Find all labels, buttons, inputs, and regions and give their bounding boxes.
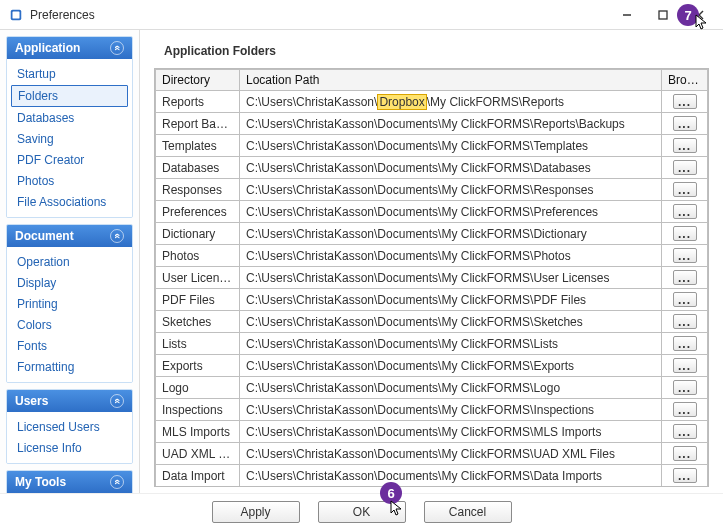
browse-button[interactable]: ... <box>673 446 697 461</box>
col-location-path[interactable]: Location Path <box>240 70 662 91</box>
section-header[interactable]: Application« <box>7 37 132 59</box>
cell-directory: Inspections <box>156 399 240 421</box>
browse-button[interactable]: ... <box>673 468 697 483</box>
browse-button[interactable]: ... <box>673 182 697 197</box>
highlighted-path-segment: Dropbox <box>377 94 426 110</box>
browse-button[interactable]: ... <box>673 94 697 109</box>
col-browse[interactable]: Browse <box>662 70 708 91</box>
sidebar-item[interactable]: Saving <box>11 129 128 149</box>
chevron-up-icon: « <box>110 229 124 243</box>
main-pane: Application Folders Directory Location P… <box>140 30 723 493</box>
cell-path[interactable]: C:\Users\ChristaKasson\Documents\My Clic… <box>240 355 662 377</box>
table-row: SketchesC:\Users\ChristaKasson\Documents… <box>156 311 708 333</box>
sidebar-item[interactable]: Startup <box>11 64 128 84</box>
browse-button[interactable]: ... <box>673 314 697 329</box>
cell-browse: ... <box>662 421 708 443</box>
table-row: ReportsC:\Users\ChristaKasson\Dropbox\My… <box>156 91 708 113</box>
cell-browse: ... <box>662 333 708 355</box>
sidebar-item[interactable]: Photos <box>11 171 128 191</box>
browse-button[interactable]: ... <box>673 424 697 439</box>
sidebar-item[interactable]: Operation <box>11 252 128 272</box>
cursor-icon <box>695 14 709 32</box>
section-title: Application <box>15 41 80 55</box>
cell-path[interactable]: C:\Users\ChristaKasson\Documents\My Clic… <box>240 113 662 135</box>
cell-browse: ... <box>662 245 708 267</box>
chevron-up-icon: « <box>110 41 124 55</box>
cell-path[interactable]: C:\Users\ChristaKasson\Documents\My Clic… <box>240 311 662 333</box>
cell-path[interactable]: C:\Users\ChristaKasson\Documents\My Clic… <box>240 223 662 245</box>
table-row: PhotosC:\Users\ChristaKasson\Documents\M… <box>156 245 708 267</box>
grid-header-row: Directory Location Path Browse <box>156 70 708 91</box>
cell-path[interactable]: C:\Users\ChristaKasson\Documents\My Clic… <box>240 267 662 289</box>
cell-directory: Templates <box>156 135 240 157</box>
browse-button[interactable]: ... <box>673 204 697 219</box>
svg-rect-1 <box>13 11 20 18</box>
cell-path[interactable]: C:\Users\ChristaKasson\Documents\My Clic… <box>240 465 662 487</box>
cell-directory: Responses <box>156 179 240 201</box>
cell-path[interactable]: C:\Users\ChristaKasson\Documents\My Clic… <box>240 179 662 201</box>
cell-browse: ... <box>662 443 708 465</box>
sidebar-item[interactable]: License Info <box>11 438 128 458</box>
browse-button[interactable]: ... <box>673 402 697 417</box>
cell-browse: ... <box>662 399 708 421</box>
cell-path[interactable]: C:\Users\ChristaKasson\Documents\My Clic… <box>240 333 662 355</box>
pane-title: Application Folders <box>154 40 709 68</box>
browse-button[interactable]: ... <box>673 248 697 263</box>
cell-browse: ... <box>662 91 708 113</box>
cancel-button[interactable]: Cancel <box>424 501 512 523</box>
table-row: LogoC:\Users\ChristaKasson\Documents\My … <box>156 377 708 399</box>
section-title: My Tools <box>15 475 66 489</box>
browse-button[interactable]: ... <box>673 292 697 307</box>
cell-directory: User Licenses <box>156 267 240 289</box>
cell-directory: Logo <box>156 377 240 399</box>
section-header[interactable]: My Tools« <box>7 471 132 493</box>
sidebar-item[interactable]: Fonts <box>11 336 128 356</box>
section-title: Users <box>15 394 48 408</box>
sidebar-item[interactable]: Folders <box>11 85 128 107</box>
sidebar-item[interactable]: Colors <box>11 315 128 335</box>
maximize-button[interactable] <box>645 1 681 29</box>
cell-directory: Databases <box>156 157 240 179</box>
sidebar-item[interactable]: File Associations <box>11 192 128 212</box>
cell-browse: ... <box>662 377 708 399</box>
cell-path[interactable]: C:\Users\ChristaKasson\Documents\My Clic… <box>240 443 662 465</box>
browse-button[interactable]: ... <box>673 138 697 153</box>
cell-path[interactable]: C:\Users\ChristaKasson\Documents\My Clic… <box>240 201 662 223</box>
browse-button[interactable]: ... <box>673 358 697 373</box>
cell-path[interactable]: C:\Users\ChristaKasson\Documents\My Clic… <box>240 157 662 179</box>
browse-button[interactable]: ... <box>673 336 697 351</box>
sidebar-item[interactable]: Licensed Users <box>11 417 128 437</box>
cell-browse: ... <box>662 157 708 179</box>
cell-path[interactable]: C:\Users\ChristaKasson\Documents\My Clic… <box>240 135 662 157</box>
table-row: TemplatesC:\Users\ChristaKasson\Document… <box>156 135 708 157</box>
browse-button[interactable]: ... <box>673 226 697 241</box>
cell-path[interactable]: C:\Users\ChristaKasson\Documents\My Clic… <box>240 289 662 311</box>
browse-button[interactable]: ... <box>673 116 697 131</box>
cell-path[interactable]: C:\Users\ChristaKasson\Documents\My Clic… <box>240 399 662 421</box>
browse-button[interactable]: ... <box>673 380 697 395</box>
cell-directory: Data Import <box>156 465 240 487</box>
cell-path[interactable]: C:\Users\ChristaKasson\Dropbox\My ClickF… <box>240 91 662 113</box>
cell-path[interactable]: C:\Users\ChristaKasson\Documents\My Clic… <box>240 245 662 267</box>
sidebar-item[interactable]: Formatting <box>11 357 128 377</box>
apply-button[interactable]: Apply <box>212 501 300 523</box>
sidebar-section: Users«Licensed UsersLicense Info <box>6 389 133 464</box>
cell-directory: PDF Files <box>156 289 240 311</box>
cell-path[interactable]: C:\Users\ChristaKasson\Documents\My Clic… <box>240 421 662 443</box>
cell-directory: Exports <box>156 355 240 377</box>
section-header[interactable]: Document« <box>7 225 132 247</box>
browse-button[interactable]: ... <box>673 160 697 175</box>
minimize-button[interactable] <box>609 1 645 29</box>
svg-rect-3 <box>659 11 667 19</box>
table-row: UAD XML FilesC:\Users\ChristaKasson\Docu… <box>156 443 708 465</box>
browse-button[interactable]: ... <box>673 270 697 285</box>
cell-path[interactable]: C:\Users\ChristaKasson\Documents\My Clic… <box>240 377 662 399</box>
sidebar-item[interactable]: Databases <box>11 108 128 128</box>
sidebar-item[interactable]: Printing <box>11 294 128 314</box>
col-directory[interactable]: Directory <box>156 70 240 91</box>
sidebar-item[interactable]: PDF Creator <box>11 150 128 170</box>
sidebar-item[interactable]: Display <box>11 273 128 293</box>
section-header[interactable]: Users« <box>7 390 132 412</box>
table-row: Report BackupsC:\Users\ChristaKasson\Doc… <box>156 113 708 135</box>
app-icon <box>8 7 24 23</box>
